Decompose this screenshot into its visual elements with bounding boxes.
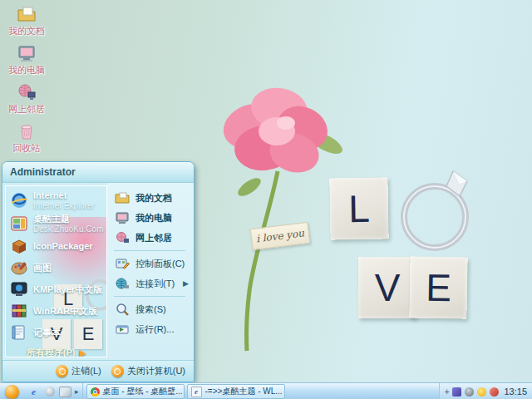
flower-stem (246, 171, 278, 351)
menu-item-title: KMPlayer中文版 (33, 284, 102, 295)
desktop-icon-label: 我的文档 (8, 25, 45, 37)
menu-item-label: 连接到(T) (135, 278, 178, 290)
connect-to-icon (114, 276, 131, 291)
menu-item-control-panel[interactable]: 控制面板(C) (112, 254, 190, 273)
task-button-area: 桌面 - 壁纸 - 桌酷壁... e -=>>桌酷主题 - WL... (83, 384, 439, 399)
menu-item-label: 网上邻居 (135, 232, 172, 244)
internet-explorer-icon (9, 191, 29, 209)
paint-icon (9, 259, 29, 277)
menu-item-subtitle: Internet Explorer (33, 201, 95, 211)
winrar-icon (9, 302, 29, 320)
log-off-label: 注销(L) (71, 365, 101, 377)
menu-item-subtitle: Desk.ZhuoKu.Com (33, 224, 103, 234)
tray-input-method-icon[interactable] (452, 387, 461, 397)
menu-item-paint[interactable]: 画图 (6, 257, 106, 278)
menu-item-zhuoku-theme[interactable]: 桌酷主题 Desk.ZhuoKu.Com (6, 212, 106, 235)
menu-item-connect-to[interactable]: 连接到(T) ▶ (112, 273, 190, 293)
taskbar: e ▸ 桌面 - 壁纸 - 桌酷壁... e -=>>桌酷主题 - WL... … (0, 382, 532, 399)
start-menu-footer: 注销(L) 关闭计算机(U) (2, 360, 194, 382)
shut-down-button[interactable]: 关闭计算机(U) (111, 365, 185, 377)
desktop-icon-label: 我的电脑 (8, 64, 45, 76)
menu-item-title: IconPackager (33, 241, 93, 252)
my-computer-icon (114, 210, 131, 225)
wood-block-L: L (329, 177, 388, 239)
my-computer-icon (16, 42, 37, 62)
start-menu-system-list: 我的文档 我的电脑 网上邻居 (107, 183, 194, 360)
menu-item-run[interactable]: 运行(R)... (112, 319, 190, 339)
leaf (235, 175, 264, 200)
peony-flower (217, 83, 335, 178)
start-menu-pinned-list: L V E Internet Internet Explorer (5, 185, 107, 357)
notepad-icon (9, 323, 29, 342)
quick-launch-expand-icon[interactable]: ▸ (75, 387, 79, 396)
browser-task-icon (91, 387, 100, 397)
zhuoku-theme-icon (9, 214, 29, 233)
tray-icon-yellow[interactable] (477, 387, 486, 397)
logged-in-username: Administrator (10, 166, 76, 178)
menu-item-label: 我的文档 (135, 192, 172, 204)
task-button-wallpaper-browser[interactable]: 桌面 - 壁纸 - 桌酷壁... (86, 384, 185, 399)
diamond-ring (404, 171, 467, 248)
desktop-icon-my-documents[interactable]: 我的文档 (3, 3, 50, 38)
menu-item-search[interactable]: 搜索(S) (112, 299, 190, 319)
start-menu-body: L V E Internet Internet Explorer (2, 183, 194, 360)
network-places-icon (114, 230, 131, 245)
desktop-icon-recycle-bin[interactable]: 回收站 (3, 121, 50, 155)
quick-launch-bar: e ▸ (24, 383, 83, 399)
system-tray: + 13:15 (439, 383, 532, 399)
desktop-icon-network-places[interactable]: 网上邻居 (3, 81, 50, 116)
kmplayer-icon (9, 280, 29, 298)
desktop-icon-column: 我的文档 我的电脑 网上邻居 回收站 (3, 3, 50, 160)
task-button-label: -=>>桌酷主题 - WL... (205, 386, 283, 397)
shut-down-icon (111, 365, 124, 377)
menu-item-title: 桌酷主题 (33, 214, 103, 224)
menu-item-notepad[interactable]: 记事本 (6, 322, 106, 343)
menu-separator (114, 250, 185, 251)
i-love-you-tag: i love you (250, 222, 311, 250)
iconpackager-icon (9, 237, 29, 255)
menu-item-my-computer[interactable]: 我的电脑 (112, 208, 190, 228)
log-off-button[interactable]: 注销(L) (56, 365, 101, 377)
menu-item-title: WinRAR中文版 (33, 306, 97, 317)
quick-launch-internet-explorer-icon[interactable]: e (27, 386, 40, 398)
wood-block-E: E (409, 256, 467, 318)
desktop-icon-my-computer[interactable]: 我的电脑 (3, 42, 50, 77)
shut-down-label: 关闭计算机(U) (127, 365, 185, 377)
menu-item-network-places[interactable]: 网上邻居 (112, 228, 190, 248)
quick-launch-media-player-icon[interactable] (43, 386, 56, 398)
start-menu: Administrator L V E Internet Internet Ex… (2, 161, 195, 382)
menu-item-title: Internet (33, 190, 95, 201)
run-icon (114, 322, 131, 337)
desktop-icon-label: 网上邻居 (8, 103, 45, 116)
ie-page-task-icon: e (191, 387, 202, 397)
menu-separator (114, 296, 185, 297)
quick-launch-show-desktop-icon[interactable] (59, 386, 71, 398)
start-orb-icon (5, 385, 19, 399)
menu-item-iconpackager[interactable]: IconPackager (6, 235, 106, 257)
tray-expand-icon[interactable]: + (445, 387, 450, 397)
submenu-arrow-icon: ▶ (183, 279, 189, 288)
all-programs-button[interactable]: 所有程序(P) ▶ (6, 343, 106, 357)
menu-item-internet-explorer[interactable]: Internet Internet Explorer (6, 189, 106, 212)
all-programs-label: 所有程序(P) (27, 347, 76, 357)
menu-item-kmplayer[interactable]: KMPlayer中文版 (6, 278, 106, 300)
network-places-icon (16, 81, 37, 101)
my-documents-icon (114, 190, 131, 205)
menu-item-title: 记事本 (33, 328, 61, 338)
search-icon (114, 302, 131, 317)
tray-icon-gray[interactable] (465, 387, 474, 397)
tray-icon-red[interactable] (490, 387, 499, 397)
menu-item-label: 运行(R)... (135, 323, 174, 336)
start-button[interactable] (2, 384, 22, 399)
menu-item-my-documents[interactable]: 我的文档 (112, 188, 190, 208)
desktop-icon-label: 回收站 (13, 142, 41, 155)
leaf (306, 128, 345, 159)
taskbar-clock[interactable]: 13:15 (504, 387, 527, 397)
wood-block-V: V (358, 257, 416, 318)
menu-item-winrar[interactable]: WinRAR中文版 (6, 300, 106, 322)
log-off-icon (56, 365, 68, 377)
recycle-bin-icon (16, 121, 37, 140)
task-button-zhuoku-theme-page[interactable]: e -=>>桌酷主题 - WL... (187, 384, 285, 399)
desktop-wallpaper: L V E i love you 我的文档 我的电脑 (0, 0, 532, 399)
menu-item-title: 画图 (33, 263, 52, 273)
